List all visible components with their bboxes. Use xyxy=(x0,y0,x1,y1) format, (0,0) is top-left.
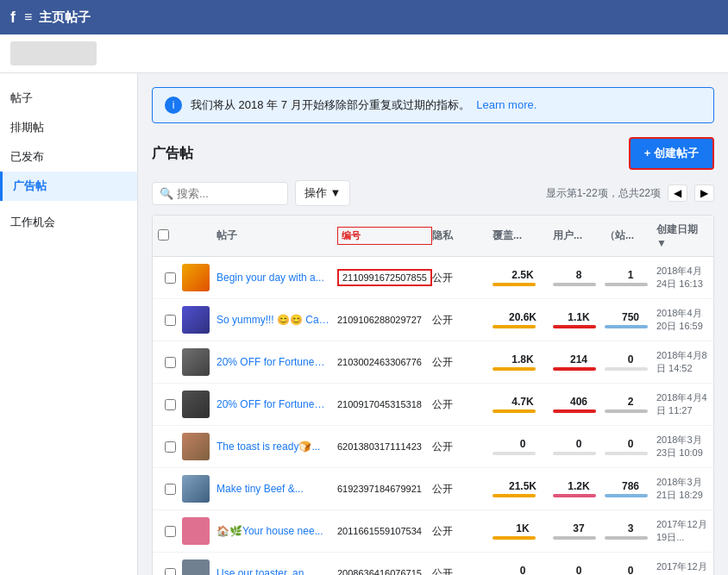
post-id: 2103002463306776 xyxy=(337,357,432,367)
page-title-top: 主页帖子 xyxy=(39,9,91,26)
row-checkbox[interactable] xyxy=(165,526,176,537)
notice-text: 我们将从 2018 年 7 月开始移除部分重复或过期的指标。 Learn mor… xyxy=(191,97,537,113)
post-title[interactable]: 20% OFF for FortuneCa... xyxy=(217,356,337,368)
table-body: Begin your day with a... 211099167250785… xyxy=(153,257,713,575)
post-privacy: 公开 xyxy=(432,440,493,454)
row-thumb-cell xyxy=(182,517,217,545)
post-reach: 2.5K xyxy=(493,269,553,286)
post-posts-count: 0 xyxy=(605,565,656,575)
row-checkbox-cell xyxy=(158,484,182,495)
post-title[interactable]: Make tiny Beef &... xyxy=(217,483,337,495)
menu-icon: ≡ xyxy=(24,9,32,25)
table-row: 20% OFF for FortuneCa... 210300246330677… xyxy=(153,341,713,384)
row-thumb-cell xyxy=(182,391,217,418)
row-thumb-cell xyxy=(182,306,217,334)
action-label: 操作 ▼ xyxy=(304,185,341,201)
posts-table: 帖子 编号 隐私 覆盖... 用户... （站... 创建日期 ▼ Begin … xyxy=(152,215,714,575)
row-checkbox[interactable] xyxy=(165,568,176,576)
post-posts-count: 750 xyxy=(605,311,656,328)
table-header: 帖子 编号 隐私 覆盖... 用户... （站... 创建日期 ▼ xyxy=(153,216,713,257)
row-checkbox-cell xyxy=(158,272,182,284)
sidebar: 帖子 排期帖 已发布 广告帖 工作机会 xyxy=(0,73,138,575)
post-thumbnail xyxy=(182,517,210,545)
post-date: 2018年3月21日 18:29 xyxy=(656,476,708,502)
post-users: 0 xyxy=(553,438,605,455)
table-row: The toast is ready🍞... 6201380317111423 … xyxy=(153,426,713,468)
post-thumbnail xyxy=(182,559,210,575)
post-date: 2018年3月23日 10:09 xyxy=(656,434,708,459)
sidebar-item-scheduled[interactable]: 排期帖 xyxy=(0,113,137,142)
post-title[interactable]: The toast is ready🍞... xyxy=(217,441,337,453)
post-date: 2018年4月20日 16:59 xyxy=(656,307,708,333)
post-posts-count: 0 xyxy=(605,353,656,371)
post-users: 37 xyxy=(553,522,605,540)
row-checkbox[interactable] xyxy=(165,441,176,453)
header-reach: 覆盖... xyxy=(493,228,553,243)
row-checkbox[interactable] xyxy=(165,357,176,368)
sidebar-item-posts[interactable]: 帖子 xyxy=(0,84,137,113)
select-all-checkbox[interactable] xyxy=(158,229,169,241)
row-checkbox[interactable] xyxy=(165,315,176,326)
row-checkbox-cell xyxy=(158,315,182,326)
table-row: Begin your day with a... 211099167250785… xyxy=(153,257,713,299)
table-row: 20% OFF for FortuneCa... 210091704531531… xyxy=(153,384,713,426)
post-thumbnail xyxy=(182,433,210,460)
post-id-highlighted: 2110991672507855 xyxy=(337,269,432,286)
post-reach: 4.7K xyxy=(493,396,553,413)
notice-link[interactable]: Learn more. xyxy=(476,98,537,111)
post-id: 2008636416076715 xyxy=(337,568,432,575)
notice-icon: i xyxy=(165,97,182,114)
post-users: 0 xyxy=(553,565,605,575)
sidebar-item-jobs[interactable]: 工作机会 xyxy=(0,208,137,237)
post-date: 2018年4月8日 14:52 xyxy=(656,349,708,375)
post-title[interactable]: 🏠🌿Your house nee... xyxy=(217,525,337,537)
header-date: 创建日期 ▼ xyxy=(656,222,708,249)
fb-logo: f xyxy=(10,9,16,27)
row-checkbox[interactable] xyxy=(165,272,176,284)
post-privacy: 公开 xyxy=(432,271,493,285)
post-reach: 0 xyxy=(493,565,553,575)
sidebar-item-ads[interactable]: 广告帖 xyxy=(0,172,137,201)
post-users: 1.1K xyxy=(553,311,605,328)
sidebar-section-posts: 帖子 排期帖 已发布 广告帖 xyxy=(0,84,137,201)
post-privacy: 公开 xyxy=(432,355,493,370)
search-icon: 🔍 xyxy=(160,187,173,200)
prev-page-btn[interactable]: ◀ xyxy=(668,184,687,202)
sidebar-item-published[interactable]: 已发布 xyxy=(0,142,137,172)
post-title[interactable]: Use our toaster, an... xyxy=(217,567,337,575)
post-posts-count: 0 xyxy=(605,438,656,455)
post-id: 2011661559107534 xyxy=(337,526,432,536)
action-btn[interactable]: 操作 ▼ xyxy=(295,180,350,206)
post-posts-count: 786 xyxy=(605,480,656,497)
header-users: 用户... xyxy=(553,228,605,243)
row-checkbox[interactable] xyxy=(165,484,176,495)
row-checkbox-cell xyxy=(158,568,182,576)
info-icon: i xyxy=(173,99,175,111)
header-checkbox xyxy=(158,229,182,243)
pagination-text: 显示第1-22项，总共22项 xyxy=(546,186,661,201)
next-page-btn[interactable]: ▶ xyxy=(694,184,714,202)
row-checkbox-cell xyxy=(158,441,182,453)
post-reach: 1K xyxy=(493,522,553,540)
page-header: 广告帖 + 创建帖子 xyxy=(152,137,714,170)
header-post: 帖子 xyxy=(217,228,337,243)
row-checkbox-cell xyxy=(158,526,182,537)
create-post-btn[interactable]: + 创建帖子 xyxy=(629,137,714,170)
ads-page-title: 广告帖 xyxy=(152,145,193,163)
post-thumbnail xyxy=(182,306,210,334)
sidebar-section-jobs: 工作机会 xyxy=(0,208,137,237)
post-title[interactable]: Begin your day with a... xyxy=(217,272,337,284)
row-thumb-cell xyxy=(182,559,217,575)
post-thumbnail xyxy=(182,391,210,418)
post-posts-count: 3 xyxy=(605,522,656,540)
post-title[interactable]: 20% OFF for FortuneCa... xyxy=(217,398,337,410)
row-checkbox[interactable] xyxy=(165,399,176,410)
table-row: Use our toaster, an... 2008636416076715 … xyxy=(153,553,713,575)
content-area: i 我们将从 2018 年 7 月开始移除部分重复或过期的指标。 Learn m… xyxy=(138,73,728,575)
post-title[interactable]: So yummy!!! 😊😊 Can't... xyxy=(217,314,337,326)
row-thumb-cell xyxy=(182,264,217,291)
search-input[interactable] xyxy=(177,187,280,200)
post-users: 1.2K xyxy=(553,480,605,497)
post-id: 6201380317111423 xyxy=(337,441,432,452)
post-reach: 21.5K xyxy=(493,480,553,497)
